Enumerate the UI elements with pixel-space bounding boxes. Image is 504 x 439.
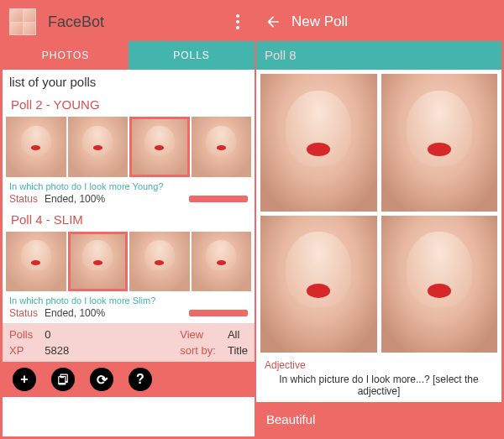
status-label: Status xyxy=(9,307,38,319)
photo-slot[interactable] xyxy=(381,216,498,353)
photo-slot[interactable] xyxy=(260,74,377,212)
status-label: Status xyxy=(9,193,38,205)
tab-photos[interactable]: PHOTOS xyxy=(3,41,129,70)
back-icon[interactable] xyxy=(263,13,283,30)
adjective-select[interactable]: Beautiful xyxy=(256,402,501,436)
poll-name-input[interactable] xyxy=(265,48,493,62)
tab-polls[interactable]: POLLS xyxy=(129,41,255,70)
poll-thumb[interactable] xyxy=(68,117,129,177)
app-title: FaceBot xyxy=(48,13,104,31)
poll-question: In which photo do I look more Slim? xyxy=(3,293,255,306)
list-header: list of your polls xyxy=(3,70,255,94)
refresh-button[interactable]: ⟳ xyxy=(90,368,113,391)
poll-thumbs xyxy=(3,230,255,294)
right-header: New Poll xyxy=(256,3,501,41)
poll-thumb-selected[interactable] xyxy=(68,232,129,292)
status-value: Ended, 100% xyxy=(45,193,182,205)
status-value: Ended, 100% xyxy=(45,307,182,319)
bottom-toolbar: + ⟳ ? xyxy=(3,362,255,397)
stat-value: 0 xyxy=(45,328,168,341)
poll-question: In which photo do I look more Young? xyxy=(3,179,255,192)
app-logo-icon xyxy=(9,8,36,35)
photo-slot[interactable] xyxy=(260,216,377,353)
stat-value: 5828 xyxy=(45,344,168,357)
poll-thumb-selected[interactable] xyxy=(129,117,190,177)
stat-key: XP xyxy=(9,344,33,357)
poll-status-row: Status Ended, 100% xyxy=(3,306,255,323)
sort-by[interactable]: Title xyxy=(228,344,248,357)
polls-list-panel: FaceBot PHOTOS POLLS list of your polls … xyxy=(3,3,255,436)
add-button[interactable]: + xyxy=(13,368,36,391)
clipboard-button[interactable] xyxy=(51,368,75,391)
new-poll-panel: New Poll Adjective In which picture do I… xyxy=(256,3,501,436)
poll-thumb[interactable] xyxy=(129,232,190,292)
left-header: FaceBot xyxy=(3,3,255,41)
poll-status-row: Status Ended, 100% xyxy=(3,192,255,209)
poll-thumb[interactable] xyxy=(6,117,66,177)
photo-slot[interactable] xyxy=(381,74,498,212)
progress-bar xyxy=(189,310,248,316)
stat-key: sort by: xyxy=(180,344,216,357)
poll-name-bar xyxy=(256,41,501,70)
progress-bar xyxy=(189,196,248,202)
stat-key: Polls xyxy=(9,328,33,341)
poll-thumb[interactable] xyxy=(192,232,252,292)
adjective-prompt: In which picture do I look more...? [sel… xyxy=(256,371,501,402)
photo-grid xyxy=(256,70,501,357)
poll-title[interactable]: Poll 2 - YOUNG xyxy=(3,94,255,115)
page-title: New Poll xyxy=(291,13,348,30)
adjective-label: Adjective xyxy=(256,357,501,371)
poll-title[interactable]: Poll 4 - SLIM xyxy=(3,209,255,230)
stat-key: View xyxy=(180,328,216,341)
view-filter[interactable]: All xyxy=(228,328,248,341)
poll-thumb[interactable] xyxy=(6,232,66,292)
stats-panel: Polls 0 View All XP 5828 sort by: Title xyxy=(3,323,255,362)
more-icon[interactable] xyxy=(228,14,248,29)
tabs: PHOTOS POLLS xyxy=(3,41,255,70)
help-button[interactable]: ? xyxy=(129,368,152,391)
poll-thumb[interactable] xyxy=(192,117,252,177)
poll-thumbs xyxy=(3,115,255,179)
